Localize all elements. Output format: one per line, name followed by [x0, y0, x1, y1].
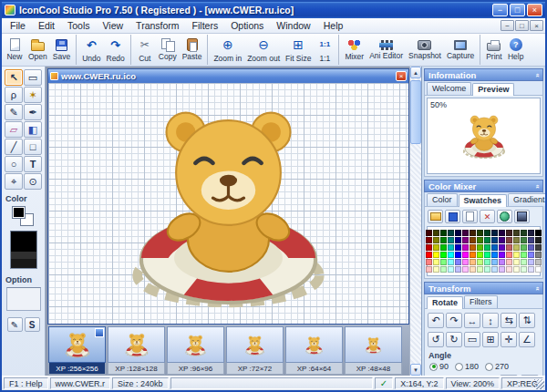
information-header[interactable]: Information » — [424, 68, 543, 81]
palette-swatch[interactable] — [426, 244, 432, 251]
palette-swatch[interactable] — [513, 266, 520, 273]
palette-swatch[interactable] — [440, 237, 447, 243]
help-button[interactable]: Help — [505, 35, 527, 65]
palette-swatch[interactable] — [528, 244, 534, 251]
scrollbar-thumb[interactable] — [410, 80, 421, 144]
palette-swatch[interactable] — [448, 244, 454, 251]
palette-swatch[interactable] — [455, 237, 461, 243]
line-tool[interactable] — [5, 139, 23, 155]
palette-swatch[interactable] — [462, 266, 469, 273]
palette-swatch[interactable] — [433, 252, 439, 258]
palette-swatch[interactable] — [426, 259, 432, 265]
palette-swatch[interactable] — [477, 259, 483, 265]
palette-swatch[interactable] — [470, 252, 476, 258]
palette-swatch[interactable] — [484, 266, 490, 273]
color-mixer-tab[interactable]: Gradient — [508, 193, 545, 206]
palette-swatch[interactable] — [448, 266, 454, 273]
flip-vertical-button[interactable] — [482, 313, 499, 328]
palette-swatch[interactable] — [448, 252, 454, 258]
palette-swatch[interactable] — [440, 266, 447, 273]
color-mixer-tab[interactable]: Color — [427, 193, 458, 206]
palette-swatch[interactable] — [535, 244, 542, 251]
zoom-out-button[interactable]: Zoom out — [244, 35, 283, 65]
scroll-down-button[interactable]: ▼ — [410, 364, 421, 376]
palette-swatch[interactable] — [470, 259, 476, 265]
palette-swatch[interactable] — [506, 237, 512, 243]
palette-swatch[interactable] — [513, 244, 520, 251]
palette-swatch[interactable] — [521, 266, 527, 273]
palette-swatch[interactable] — [499, 244, 505, 251]
palette-swatch[interactable] — [426, 230, 432, 236]
palette-swatch[interactable] — [484, 252, 490, 258]
collapse-chevron-icon[interactable]: » — [532, 184, 541, 188]
zoom-in-button[interactable]: Zoom in — [207, 35, 244, 65]
palette-swatch[interactable] — [448, 237, 454, 243]
palette-swatch[interactable] — [477, 244, 483, 251]
magic-wand-tool[interactable] — [24, 87, 42, 103]
palette-swatch[interactable] — [433, 237, 439, 243]
document-close-button[interactable] — [396, 71, 407, 81]
pen-button[interactable]: ✎ — [7, 317, 23, 332]
ellipse-tool[interactable] — [5, 156, 23, 172]
icon-format-thumbnail[interactable]: XP :72×72 — [226, 326, 284, 375]
open-palette-button[interactable] — [428, 210, 443, 223]
palette-swatch[interactable] — [528, 252, 534, 258]
palette-swatch[interactable] — [528, 266, 534, 273]
brush-tool[interactable] — [24, 104, 42, 120]
palette-swatch[interactable] — [499, 230, 505, 236]
new-palette-button[interactable] — [462, 210, 478, 223]
fit-size-button[interactable]: Fit Size — [283, 35, 314, 65]
palette-swatch[interactable] — [535, 252, 542, 258]
fill-tool[interactable] — [24, 121, 42, 138]
palette-swatch[interactable] — [455, 266, 461, 273]
palette-swatch[interactable] — [491, 259, 498, 265]
palette-swatch[interactable] — [470, 237, 476, 243]
shear-horizontal-button[interactable] — [501, 313, 517, 328]
eyedropper-tool[interactable] — [5, 173, 23, 190]
paste-button[interactable]: Paste — [180, 35, 205, 65]
icon-format-thumbnail[interactable]: XP :48×48 — [345, 326, 402, 375]
collapse-chevron-icon[interactable]: » — [532, 286, 541, 290]
transform-header[interactable]: Transform » — [424, 282, 543, 294]
palette-swatch[interactable] — [521, 237, 527, 243]
palette-swatch[interactable] — [506, 230, 512, 236]
palette-swatch[interactable] — [477, 252, 483, 258]
angle-radio[interactable]: 90 — [429, 362, 449, 371]
mdi-restore-button[interactable]: □ — [515, 20, 529, 31]
undo-button[interactable]: Undo — [76, 35, 103, 65]
palette-swatch[interactable] — [455, 230, 461, 236]
palette-swatch[interactable] — [477, 237, 483, 243]
save-button[interactable]: Save — [50, 35, 73, 65]
palette-swatch[interactable] — [513, 230, 520, 236]
color-mixer-tab[interactable]: Swatches — [459, 194, 508, 207]
pencil-tool[interactable] — [5, 104, 23, 120]
minimize-button[interactable]: − — [492, 4, 508, 16]
palette-swatch[interactable] — [521, 252, 527, 258]
rotate-left-button[interactable] — [428, 313, 444, 328]
edit-canvas[interactable] — [48, 83, 408, 324]
zoom-tool[interactable] — [24, 173, 42, 190]
one-to-one-button[interactable]: 1:1 — [314, 35, 335, 65]
palette-swatch[interactable] — [470, 244, 476, 251]
transform-tab[interactable]: Filters — [464, 295, 498, 308]
current-color-preview[interactable] — [10, 231, 37, 269]
maximize-button[interactable]: □ — [510, 4, 525, 16]
palette-swatch[interactable] — [484, 237, 490, 243]
palette-swatch[interactable] — [455, 244, 461, 251]
palette-swatch[interactable] — [506, 244, 512, 251]
icon-format-thumbnail[interactable]: XP :256×256 — [48, 326, 106, 375]
eraser-tool[interactable] — [5, 121, 23, 138]
information-tab[interactable]: Welcome — [427, 82, 471, 95]
palette-swatch[interactable] — [440, 259, 447, 265]
palette-swatch[interactable] — [528, 259, 534, 265]
palette-swatch[interactable] — [477, 266, 483, 273]
print-button[interactable]: Print — [480, 35, 504, 65]
palette-swatch[interactable] — [521, 230, 527, 236]
palette-swatch[interactable] — [477, 230, 483, 236]
resize-grip[interactable] — [534, 379, 544, 389]
ani-editor-button[interactable]: Ani Editor — [366, 35, 406, 65]
palette-swatch[interactable] — [491, 237, 498, 243]
resize-button[interactable] — [482, 332, 499, 347]
palette-swatch[interactable] — [506, 266, 512, 273]
palette-swatch[interactable] — [484, 230, 490, 236]
